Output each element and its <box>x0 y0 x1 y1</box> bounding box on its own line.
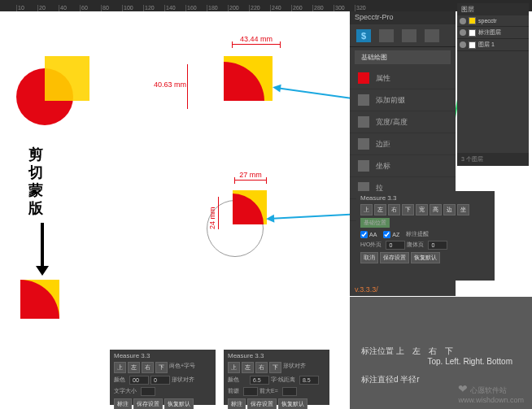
red-quarter <box>20 280 59 319</box>
layer-row[interactable]: 图层 1 <box>457 39 529 51</box>
reset-button[interactable]: 恢复默认 <box>164 398 194 409</box>
layer-row[interactable]: specctr <box>457 15 529 27</box>
height-dimension-2: 24 mm <box>218 197 219 229</box>
body-input[interactable] <box>428 241 447 250</box>
pos-button[interactable]: 右 <box>142 362 154 373</box>
measure-panel-2[interactable]: Measure 3.3 上 左 右 下 形状对齐 颜色 字·线距离 前缀 前大E… <box>224 350 329 405</box>
chk-az[interactable]: AZ <box>383 230 399 238</box>
coord-icon <box>358 160 369 172</box>
eye-icon[interactable] <box>460 18 466 24</box>
measure-title[interactable]: Measure 3.3 <box>114 352 211 359</box>
watermark: ❤ 心愿软件站 www.wishdown.com <box>458 382 524 404</box>
cloud-icon[interactable] <box>425 29 439 42</box>
cancel-button[interactable]: 取消 <box>360 252 378 263</box>
heart-icon: ❤ <box>458 382 468 395</box>
clip-mask-label: 剪 切 蒙 版 <box>28 146 43 217</box>
specctr-item-dimensions[interactable]: 宽度/高度 <box>350 111 456 133</box>
pos-button[interactable]: 下 <box>269 362 281 373</box>
width-dimension-2: 27 mm <box>234 180 267 189</box>
mark-button[interactable]: 标注 <box>228 398 246 409</box>
artboard[interactable]: 剪 切 蒙 版 43.44 mm 40.63 mm 27 mm 24 mm <box>0 11 350 349</box>
fontsize-input[interactable] <box>141 387 155 396</box>
specctr-title[interactable]: Specctr-Pro <box>350 11 456 24</box>
pos-button[interactable]: 下 <box>402 204 414 215</box>
suffix-input[interactable] <box>282 387 297 396</box>
red-quarter-big <box>224 62 264 101</box>
pos-button[interactable]: 上 <box>114 362 126 373</box>
version-label: v.3.3.3/ <box>355 285 378 294</box>
spacing-icon <box>358 138 369 150</box>
basic-pos-label: 基础位置 <box>360 218 390 228</box>
pos-button[interactable]: 边 <box>443 204 456 215</box>
prefix-input[interactable] <box>243 387 258 396</box>
pos-button[interactable]: 右 <box>388 204 400 215</box>
width-dimension-1: 43.44 mm <box>232 44 281 53</box>
layers-title[interactable]: 图层 <box>457 3 529 15</box>
yellow-square-big[interactable] <box>224 56 273 101</box>
down-arrow-icon <box>41 223 44 268</box>
layer-swatch <box>469 17 476 24</box>
pos-button[interactable]: 上 <box>360 204 373 215</box>
list-icon[interactable] <box>379 29 394 42</box>
tag-icon <box>358 72 369 84</box>
pos-button[interactable]: 坐 <box>457 204 469 215</box>
eye-icon[interactable] <box>460 41 466 48</box>
footer-line1-zh: 标注位置 上 左 右 下 <box>361 346 521 357</box>
layer-swatch <box>469 29 476 37</box>
pos-button[interactable]: 宽 <box>416 204 428 215</box>
pos-button[interactable]: 右 <box>255 362 268 373</box>
layer-row[interactable]: 标注图层 <box>457 27 529 39</box>
measure-panel-1[interactable]: Measure 3.3 上 左 右 下 两色+字号 颜色 形状对齐 文字大小 标… <box>110 350 216 405</box>
layer-swatch <box>469 41 476 49</box>
color-input[interactable] <box>129 376 149 385</box>
clipped-result-small[interactable] <box>20 280 59 319</box>
color-input2[interactable] <box>150 376 170 385</box>
measured-group-1[interactable]: 43.44 mm 40.63 mm <box>224 56 273 101</box>
specctr-category: 基础绘图 <box>355 50 451 64</box>
layers-footer: 3 个图层 <box>457 153 529 166</box>
measured-group-2[interactable]: 27 mm 24 mm <box>228 190 267 224</box>
note-icon <box>358 94 369 106</box>
red-quarter-small <box>233 194 264 224</box>
specctr-item-coords[interactable]: 坐标 <box>350 155 456 177</box>
reset-button[interactable]: 恢复默认 <box>278 398 307 409</box>
save-button[interactable]: 保存设置 <box>380 252 409 263</box>
mark-button[interactable]: 标注 <box>114 398 132 409</box>
reset-button[interactable]: 恢复默认 <box>411 252 440 263</box>
save-button[interactable]: 保存设置 <box>133 398 163 409</box>
pos-button[interactable]: 下 <box>155 362 168 373</box>
box-icon[interactable] <box>402 29 416 42</box>
specctr-tabs: $ <box>350 24 456 47</box>
pos-button[interactable]: 高 <box>430 204 442 215</box>
info-footer: v.3.3.3/ 标注位置 上 左 右 下 Top. Left. Right. … <box>350 297 532 409</box>
yellow-square-small[interactable] <box>233 190 267 224</box>
chk-aa[interactable]: AA <box>360 230 377 238</box>
horizontal-ruler: 1020406080100120140160180200220240260280… <box>0 0 532 11</box>
measure-title[interactable]: Measure 3.3 <box>228 352 325 359</box>
footer-line1-en: Top. Left. Right. Bottom <box>361 357 521 366</box>
save-button[interactable]: 保存设置 <box>247 398 277 409</box>
yellow-square[interactable] <box>45 56 89 101</box>
specctr-item-properties[interactable]: 属性 <box>350 67 456 89</box>
position-buttons: 上 左 右 下 宽 高 边 坐 <box>360 204 491 215</box>
pos-button[interactable]: 左 <box>128 362 140 373</box>
measure-title[interactable]: Measure 3.3 <box>360 194 491 202</box>
measure-panel-float[interactable]: Measure 3.3 上 左 右 下 宽 高 边 坐 基础位置 AA AZ 标… <box>356 191 495 281</box>
eye-icon[interactable] <box>460 29 466 36</box>
ho-input[interactable] <box>386 241 405 250</box>
edge-input[interactable] <box>250 376 269 385</box>
pos-button[interactable]: 上 <box>228 362 240 373</box>
pos-button[interactable]: 左 <box>242 362 254 373</box>
specctr-item-spacing[interactable]: 边距 <box>350 133 456 155</box>
specctr-item-prefix[interactable]: 添加前缀 <box>350 89 456 111</box>
pos-button[interactable]: 左 <box>374 204 386 215</box>
space-input[interactable] <box>299 376 319 385</box>
dimension-icon <box>358 116 369 128</box>
height-dimension-1: 40.63 mm <box>187 64 188 109</box>
layers-panel[interactable]: 图层 specctr 标注图层 图层 1 3 个图层 <box>457 3 529 166</box>
dollar-icon[interactable]: $ <box>356 29 371 42</box>
